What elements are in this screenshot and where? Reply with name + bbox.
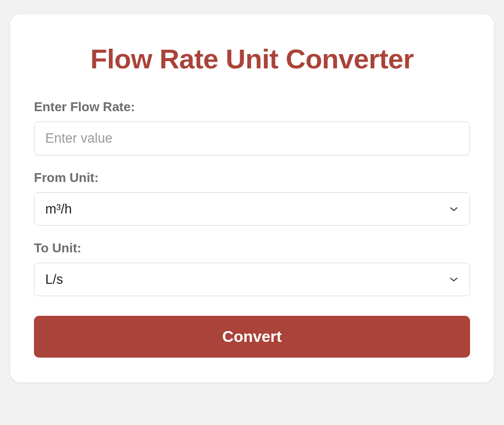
to-unit-select-wrapper: L/s (34, 263, 470, 296)
from-unit-group: From Unit: m³/h (34, 170, 470, 226)
to-unit-group: To Unit: L/s (34, 241, 470, 296)
to-unit-select[interactable]: L/s (34, 263, 470, 296)
from-unit-label: From Unit: (34, 170, 470, 185)
from-unit-select-wrapper: m³/h (34, 192, 470, 226)
to-unit-label: To Unit: (34, 241, 470, 256)
from-unit-select[interactable]: m³/h (34, 192, 470, 226)
converter-card: Flow Rate Unit Converter Enter Flow Rate… (10, 14, 494, 383)
flow-rate-label: Enter Flow Rate: (34, 99, 470, 115)
flow-rate-input[interactable] (34, 121, 470, 155)
convert-button[interactable]: Convert (34, 316, 470, 358)
page-title: Flow Rate Unit Converter (34, 43, 470, 75)
flow-rate-group: Enter Flow Rate: (34, 99, 470, 155)
